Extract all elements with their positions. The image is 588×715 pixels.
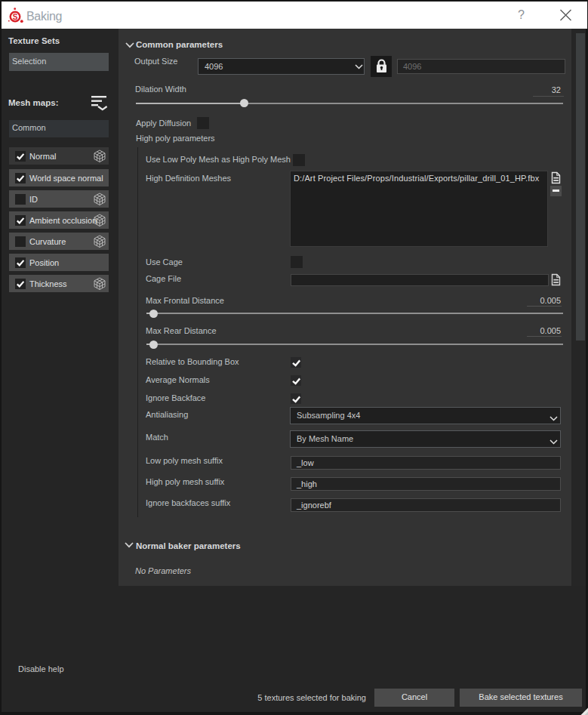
- svg-text:S: S: [13, 13, 18, 21]
